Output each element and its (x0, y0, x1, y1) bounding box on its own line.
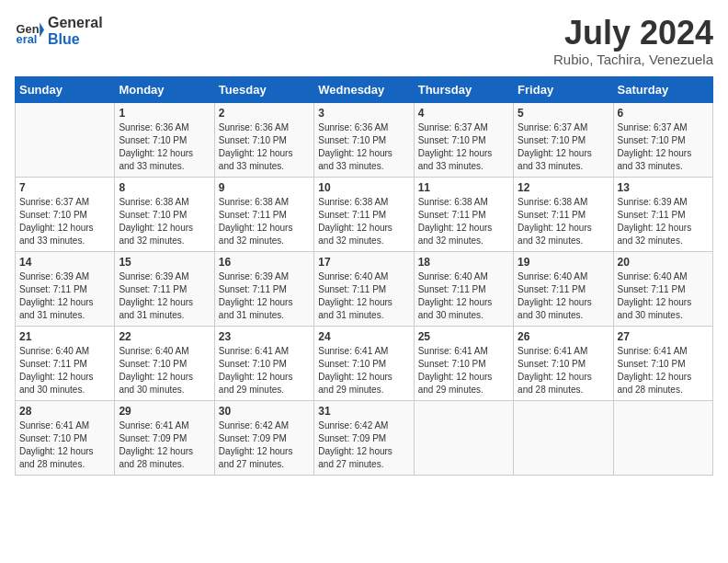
day-info: Sunrise: 6:37 AMSunset: 7:10 PMDaylight:… (418, 121, 509, 173)
day-info: Sunrise: 6:41 AMSunset: 7:10 PMDaylight:… (618, 345, 709, 396)
calendar-cell: 12Sunrise: 6:38 AMSunset: 7:11 PMDayligh… (514, 177, 613, 251)
calendar-cell: 6Sunrise: 6:37 AMSunset: 7:10 PMDaylight… (613, 102, 712, 177)
day-number: 7 (19, 181, 110, 194)
day-number: 15 (119, 256, 210, 269)
calendar-cell: 30Sunrise: 6:42 AMSunset: 7:09 PMDayligh… (214, 400, 313, 475)
day-number: 29 (119, 405, 210, 418)
calendar-table: SundayMondayTuesdayWednesdayThursdayFrid… (15, 76, 713, 476)
day-number: 19 (518, 256, 609, 269)
svg-text:eral: eral (17, 32, 38, 46)
svg-marker-2 (40, 22, 44, 37)
day-info: Sunrise: 6:36 AMSunset: 7:10 PMDaylight:… (119, 121, 210, 173)
day-number: 22 (119, 330, 210, 343)
calendar-cell: 10Sunrise: 6:38 AMSunset: 7:11 PMDayligh… (314, 177, 414, 251)
calendar-cell: 23Sunrise: 6:41 AMSunset: 7:10 PMDayligh… (214, 326, 313, 400)
calendar-cell: 5Sunrise: 6:37 AMSunset: 7:10 PMDaylight… (514, 102, 613, 177)
logo-text: General Blue (48, 15, 103, 48)
logo-icon: Gen eral (15, 17, 44, 46)
calendar-cell: 9Sunrise: 6:38 AMSunset: 7:11 PMDaylight… (214, 177, 313, 251)
day-info: Sunrise: 6:38 AMSunset: 7:11 PMDaylight:… (518, 196, 609, 247)
weekday-header-sunday: Sunday (16, 76, 115, 102)
calendar-body: 1Sunrise: 6:36 AMSunset: 7:10 PMDaylight… (16, 102, 713, 475)
calendar-cell: 25Sunrise: 6:41 AMSunset: 7:10 PMDayligh… (414, 326, 513, 400)
weekday-header-thursday: Thursday (414, 76, 513, 102)
day-number: 10 (318, 181, 409, 194)
day-info: Sunrise: 6:37 AMSunset: 7:10 PMDaylight:… (19, 196, 110, 247)
day-number: 18 (418, 256, 509, 269)
day-info: Sunrise: 6:42 AMSunset: 7:09 PMDaylight:… (219, 419, 310, 471)
day-number: 14 (19, 256, 110, 269)
calendar-week-5: 28Sunrise: 6:41 AMSunset: 7:10 PMDayligh… (16, 400, 713, 475)
day-number: 2 (219, 107, 310, 120)
calendar-cell (514, 400, 613, 475)
weekday-row: SundayMondayTuesdayWednesdayThursdayFrid… (16, 76, 713, 102)
day-number: 13 (618, 181, 709, 194)
calendar-cell: 15Sunrise: 6:39 AMSunset: 7:11 PMDayligh… (115, 251, 214, 326)
day-info: Sunrise: 6:40 AMSunset: 7:11 PMDaylight:… (518, 270, 609, 322)
day-number: 4 (418, 107, 509, 120)
day-number: 30 (219, 405, 310, 418)
day-info: Sunrise: 6:37 AMSunset: 7:10 PMDaylight:… (618, 121, 709, 173)
day-info: Sunrise: 6:41 AMSunset: 7:10 PMDaylight:… (219, 345, 310, 396)
calendar-cell: 18Sunrise: 6:40 AMSunset: 7:11 PMDayligh… (414, 251, 513, 326)
day-number: 3 (318, 107, 409, 120)
day-number: 21 (19, 330, 110, 343)
calendar-cell (414, 400, 513, 475)
calendar-cell: 13Sunrise: 6:39 AMSunset: 7:11 PMDayligh… (613, 177, 712, 251)
calendar-cell: 29Sunrise: 6:41 AMSunset: 7:09 PMDayligh… (115, 400, 214, 475)
day-info: Sunrise: 6:36 AMSunset: 7:10 PMDaylight:… (219, 121, 310, 173)
day-info: Sunrise: 6:40 AMSunset: 7:11 PMDaylight:… (418, 270, 509, 322)
day-info: Sunrise: 6:40 AMSunset: 7:11 PMDaylight:… (19, 345, 110, 396)
calendar-cell: 21Sunrise: 6:40 AMSunset: 7:11 PMDayligh… (16, 326, 115, 400)
calendar-cell: 20Sunrise: 6:40 AMSunset: 7:11 PMDayligh… (613, 251, 712, 326)
day-number: 20 (618, 256, 709, 269)
weekday-header-saturday: Saturday (613, 76, 712, 102)
day-info: Sunrise: 6:39 AMSunset: 7:11 PMDaylight:… (219, 270, 310, 322)
calendar-week-3: 14Sunrise: 6:39 AMSunset: 7:11 PMDayligh… (16, 251, 713, 326)
day-number: 23 (219, 330, 310, 343)
calendar-cell: 31Sunrise: 6:42 AMSunset: 7:09 PMDayligh… (314, 400, 414, 475)
day-number: 8 (119, 181, 210, 194)
calendar-cell: 17Sunrise: 6:40 AMSunset: 7:11 PMDayligh… (314, 251, 414, 326)
day-info: Sunrise: 6:41 AMSunset: 7:10 PMDaylight:… (418, 345, 509, 396)
calendar-header: SundayMondayTuesdayWednesdayThursdayFrid… (16, 76, 713, 102)
calendar-cell: 8Sunrise: 6:38 AMSunset: 7:10 PMDaylight… (115, 177, 214, 251)
day-info: Sunrise: 6:41 AMSunset: 7:10 PMDaylight:… (518, 345, 609, 396)
day-info: Sunrise: 6:41 AMSunset: 7:10 PMDaylight:… (19, 419, 110, 471)
day-number: 24 (318, 330, 409, 343)
calendar-cell: 27Sunrise: 6:41 AMSunset: 7:10 PMDayligh… (613, 326, 712, 400)
day-number: 1 (119, 107, 210, 120)
calendar-week-1: 1Sunrise: 6:36 AMSunset: 7:10 PMDaylight… (16, 102, 713, 177)
title-block: July 2024 Rubio, Tachira, Venezuela (553, 15, 713, 67)
calendar-cell: 4Sunrise: 6:37 AMSunset: 7:10 PMDaylight… (414, 102, 513, 177)
calendar-cell: 26Sunrise: 6:41 AMSunset: 7:10 PMDayligh… (514, 326, 613, 400)
logo: Gen eral General Blue (15, 15, 103, 48)
weekday-header-monday: Monday (115, 76, 214, 102)
day-info: Sunrise: 6:42 AMSunset: 7:09 PMDaylight:… (318, 419, 409, 471)
page-header: Gen eral General Blue July 2024 Rubio, T… (15, 15, 713, 67)
day-info: Sunrise: 6:41 AMSunset: 7:10 PMDaylight:… (318, 345, 409, 396)
day-info: Sunrise: 6:38 AMSunset: 7:10 PMDaylight:… (119, 196, 210, 247)
day-info: Sunrise: 6:39 AMSunset: 7:11 PMDaylight:… (618, 196, 709, 247)
day-number: 17 (318, 256, 409, 269)
day-info: Sunrise: 6:38 AMSunset: 7:11 PMDaylight:… (318, 196, 409, 247)
calendar-cell: 7Sunrise: 6:37 AMSunset: 7:10 PMDaylight… (16, 177, 115, 251)
calendar-cell: 2Sunrise: 6:36 AMSunset: 7:10 PMDaylight… (214, 102, 313, 177)
calendar-cell: 22Sunrise: 6:40 AMSunset: 7:10 PMDayligh… (115, 326, 214, 400)
location: Rubio, Tachira, Venezuela (553, 52, 713, 67)
calendar-cell: 14Sunrise: 6:39 AMSunset: 7:11 PMDayligh… (16, 251, 115, 326)
calendar-cell: 1Sunrise: 6:36 AMSunset: 7:10 PMDaylight… (115, 102, 214, 177)
day-number: 11 (418, 181, 509, 194)
day-info: Sunrise: 6:40 AMSunset: 7:10 PMDaylight:… (119, 345, 210, 396)
day-number: 12 (518, 181, 609, 194)
day-info: Sunrise: 6:39 AMSunset: 7:11 PMDaylight:… (119, 270, 210, 322)
day-info: Sunrise: 6:40 AMSunset: 7:11 PMDaylight:… (318, 270, 409, 322)
calendar-cell: 28Sunrise: 6:41 AMSunset: 7:10 PMDayligh… (16, 400, 115, 475)
calendar-week-4: 21Sunrise: 6:40 AMSunset: 7:11 PMDayligh… (16, 326, 713, 400)
calendar-cell: 11Sunrise: 6:38 AMSunset: 7:11 PMDayligh… (414, 177, 513, 251)
day-number: 25 (418, 330, 509, 343)
day-info: Sunrise: 6:36 AMSunset: 7:10 PMDaylight:… (318, 121, 409, 173)
calendar-cell: 3Sunrise: 6:36 AMSunset: 7:10 PMDaylight… (314, 102, 414, 177)
day-number: 26 (518, 330, 609, 343)
day-info: Sunrise: 6:38 AMSunset: 7:11 PMDaylight:… (219, 196, 310, 247)
